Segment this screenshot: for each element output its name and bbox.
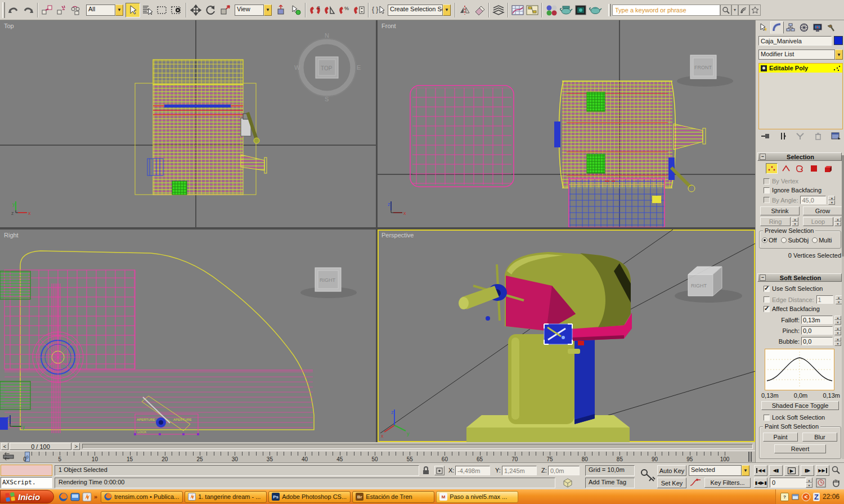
viewport-front-label[interactable]: Front (381, 22, 396, 29)
macro-recorder-field[interactable] (1, 465, 52, 476)
falloff-field[interactable] (801, 316, 833, 324)
edit-named-selection-sets-button[interactable]: { } (371, 3, 385, 17)
key-filters-button[interactable]: Key Filters... (704, 478, 751, 488)
next-frame-button[interactable]: ▮▶ (801, 465, 814, 476)
by-angle-field[interactable] (800, 196, 826, 204)
panel-scrollbar-thumb[interactable] (842, 155, 844, 256)
edge-distance-spinner[interactable]: ▲▼ (836, 295, 842, 304)
undo-button[interactable] (6, 3, 21, 17)
layer-manager-button[interactable] (491, 3, 506, 17)
open-mini-curve-editor-button[interactable] (2, 452, 16, 462)
taskbar-task-winamp[interactable]: 1. tangerine dream - ... (185, 491, 267, 503)
blur-button[interactable]: Blur (802, 433, 837, 442)
bubble-field[interactable] (801, 337, 833, 345)
vertex-subobject-button[interactable] (766, 163, 778, 174)
viewport-right[interactable]: APERTURE APERTURE LOCK RIGHT (0, 230, 376, 442)
selection-filter-dropdown[interactable]: All ▼ (86, 4, 123, 16)
revert-button[interactable]: Revert (774, 444, 826, 453)
zonealarm-tray-icon[interactable]: Z (813, 493, 820, 501)
go-to-start-button[interactable]: ◀◀ (754, 465, 767, 476)
zoom-button[interactable] (832, 466, 841, 476)
go-to-end-button[interactable]: ▶▶ (816, 465, 829, 476)
set-key-button[interactable]: Set Key (657, 478, 686, 488)
current-frame-field[interactable] (770, 478, 806, 488)
select-object-button[interactable] (125, 3, 140, 17)
tab-utilities[interactable] (824, 21, 838, 34)
infocenter-handle[interactable] (608, 4, 611, 16)
taskbar-task-firefox[interactable]: trensim.com • Publica... (101, 491, 183, 503)
bind-to-space-warp-button[interactable] (69, 3, 84, 17)
isolate-selection-icon[interactable] (563, 478, 573, 489)
render-type-button[interactable] (573, 3, 588, 17)
by-angle-spinner[interactable]: ▲▼ (828, 196, 835, 204)
soft-selection-rollout-header[interactable]: − Soft Selection (757, 273, 842, 282)
loop-button[interactable]: Loop (803, 217, 833, 226)
quick-launch-overflow-chevron[interactable]: » (94, 493, 97, 500)
preview-multi-radio[interactable] (812, 237, 818, 243)
configure-modifier-sets-button[interactable] (831, 132, 841, 142)
pin-stack-button[interactable] (760, 132, 770, 142)
viewport-perspective[interactable]: RIGHT z x y Perspective (378, 230, 755, 442)
show-end-result-button[interactable] (780, 132, 787, 142)
tab-modify[interactable] (770, 21, 784, 34)
use-pivot-center-button[interactable] (274, 3, 289, 17)
spinner-snap-toggle-button[interactable] (352, 3, 366, 17)
toolbar-handle[interactable] (2, 2, 5, 18)
quick-render-button[interactable] (588, 3, 603, 17)
viewport-right-label[interactable]: Right (4, 232, 19, 238)
select-and-rotate-button[interactable] (203, 3, 218, 17)
ignore-backfacing-checkbox[interactable] (764, 187, 770, 194)
border-subobject-button[interactable] (794, 163, 806, 174)
preview-subobj-radio[interactable] (781, 237, 787, 243)
previous-frame-arrow-button[interactable]: < (1, 443, 8, 450)
frame-spinner[interactable]: ▲▼ (806, 478, 812, 488)
track-bar[interactable]: 0 05101520253035404550556065707580859095… (0, 451, 755, 462)
ring-button[interactable]: Ring (760, 217, 791, 226)
selection-lock-toggle[interactable] (422, 466, 430, 476)
select-and-link-button[interactable] (40, 3, 55, 17)
paint-button[interactable]: Paint (763, 433, 798, 442)
taskbar-task-photoshop[interactable]: Ps Adobe Photoshop CS... (268, 491, 351, 503)
edge-subobject-button[interactable] (780, 163, 792, 174)
y-coord-field[interactable] (502, 466, 537, 475)
x-coord-field[interactable] (455, 466, 490, 475)
lock-soft-selection-checkbox[interactable] (764, 415, 770, 421)
next-frame-arrow-button[interactable]: > (73, 443, 80, 450)
select-by-name-button[interactable] (140, 3, 155, 17)
tab-display[interactable] (811, 21, 824, 34)
select-and-manipulate-button[interactable] (289, 3, 303, 17)
ring-spinner[interactable]: ▲▼ (792, 217, 798, 226)
render-scene-dialog-button[interactable] (559, 3, 573, 17)
communication-center-button[interactable] (738, 4, 749, 16)
select-and-move-button[interactable] (188, 3, 203, 17)
window-tray-icon[interactable] (792, 493, 799, 501)
grow-button[interactable]: Grow (803, 206, 842, 215)
loop-spinner[interactable]: ▲▼ (834, 217, 841, 226)
absolute-mode-transform-toggle[interactable] (434, 466, 445, 475)
shaded-face-toggle-button[interactable]: Shaded Face Toggle (761, 401, 839, 410)
polygon-subobject-button[interactable] (808, 163, 820, 174)
percent-snap-toggle-button[interactable]: % (337, 3, 352, 17)
snaps-toggle-button[interactable]: 3 (308, 3, 322, 17)
app-quicklaunch-icon[interactable] (70, 492, 80, 502)
object-color-swatch[interactable] (834, 36, 843, 45)
window-crossing-toggle-button[interactable] (169, 3, 184, 17)
curve-editor-button[interactable] (510, 3, 525, 17)
keyboard-shortcut-override-toggle[interactable] (639, 467, 656, 485)
default-in-out-tangents-button[interactable] (690, 479, 701, 488)
align-button[interactable] (472, 3, 487, 17)
tab-motion[interactable] (797, 21, 811, 34)
modifier-stack-item-editable-poly[interactable]: Editable Poly (759, 64, 842, 73)
redo-button[interactable] (21, 3, 35, 17)
by-vertex-checkbox[interactable] (764, 178, 770, 184)
schematic-view-button[interactable] (525, 3, 540, 17)
z-coord-field[interactable] (548, 466, 580, 475)
key-mode-dropdown[interactable]: Selected ▼ (689, 465, 749, 476)
taskbar-task-3dsmax[interactable]: M Paso a nivel5.max ... (436, 491, 518, 503)
named-selection-set-dropdown[interactable]: Create Selection Set ▼ (388, 4, 451, 16)
previous-frame-button[interactable]: ◀▮ (769, 465, 783, 476)
hide-tray-icons-arrow[interactable]: < (802, 493, 810, 501)
start-button[interactable]: Inicio (0, 490, 54, 503)
unlink-selection-button[interactable] (55, 3, 69, 17)
by-angle-checkbox[interactable] (764, 197, 770, 203)
